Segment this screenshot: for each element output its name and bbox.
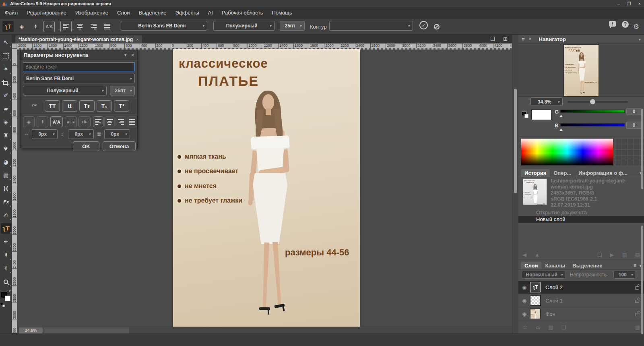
panel-font-size-select[interactable]: 25пт▾ — [110, 86, 135, 95]
font-family-select[interactable]: Berlin Sans FB Demi▾ — [121, 21, 207, 31]
layer-visibility-icon[interactable]: ◉ — [522, 298, 526, 304]
delete-state-icon[interactable]: ▥ — [622, 252, 627, 258]
brush-tool[interactable]: ✐ — [1, 90, 11, 101]
history-options-icon[interactable]: ▤ — [635, 252, 640, 258]
align-center-button[interactable] — [74, 21, 85, 32]
history-forward-icon[interactable]: ▲ — [535, 252, 540, 258]
layer-name[interactable]: Слой 2 — [545, 284, 562, 290]
history-brush-tool[interactable]: ✍ — [1, 210, 11, 220]
layer-row-layer2[interactable]: ◉ ʅT Слой 2 — [518, 281, 644, 294]
zoom-status[interactable]: 34.8% — [19, 327, 43, 334]
stamp-tool[interactable]: ♜ — [1, 130, 11, 141]
color-spectrum[interactable] — [521, 138, 613, 166]
layer-thumbnail-image[interactable]: классическое ПЛАТЬЕ мягкая ткань не прос… — [530, 309, 541, 319]
tab-channels[interactable]: Каналы — [541, 262, 569, 269]
text-input[interactable] — [23, 62, 135, 71]
tab-history[interactable]: История — [521, 169, 550, 177]
menu-item-0[interactable]: Файл — [5, 10, 18, 16]
snapshot-icon[interactable]: ❏ — [597, 252, 602, 258]
restore-button[interactable]: ❐ — [627, 0, 631, 7]
menu-item-6[interactable]: AI — [208, 10, 213, 16]
menu-item-3[interactable]: Слои — [117, 10, 130, 16]
font-size-icon[interactable]: AʼA — [43, 21, 55, 32]
new-group-icon[interactable]: ▧ — [548, 324, 553, 330]
layers-menu-icon[interactable]: ≡ — [634, 263, 636, 269]
menu-item-4[interactable]: Выделение — [139, 10, 167, 16]
panel-font-family-select[interactable]: Berlin Sans FB Demi▾ — [23, 74, 135, 83]
fg-bg-color-swatch[interactable] — [522, 111, 530, 119]
navigator-thumbnail[interactable]: классическое ПЛАТЬЕ мягкая ткань не прос… — [564, 45, 599, 96]
menu-item-5[interactable]: Эффекты — [175, 10, 199, 16]
new-document-icon[interactable]: ❏ — [490, 36, 495, 42]
panel-align-center-button[interactable] — [104, 116, 115, 127]
current-color-swatch[interactable] — [531, 110, 551, 120]
navigator-preview[interactable]: классическое ПЛАТЬЕ мягкая ткань не прос… — [518, 44, 644, 97]
menu-item-2[interactable]: Изображение — [75, 10, 108, 16]
blue-slider-marker[interactable] — [559, 127, 563, 131]
layer-styles-icon[interactable]: ☆ — [522, 323, 528, 331]
document-tab[interactable]: *fashion-portrait-young-elegant-woman ко… — [15, 35, 142, 44]
play-icon[interactable]: ▶ — [610, 252, 614, 258]
lock-icon[interactable] — [635, 300, 639, 303]
text-tool[interactable]: ʅT — [1, 223, 11, 234]
delete-layer-icon[interactable]: ▥ — [635, 324, 640, 330]
font-style-select[interactable]: Полужирный▾ — [213, 21, 275, 31]
history-item-current[interactable]: Новый слой — [518, 216, 644, 223]
text-size-icon[interactable]: AʼA — [50, 116, 63, 127]
fill-style-icon[interactable]: ◈ — [16, 21, 27, 32]
hand-tool[interactable]: ✌ — [1, 263, 11, 273]
panel-collapse-icon[interactable]: ▾ — [124, 53, 126, 57]
panel-font-style-select[interactable]: Полужирный▾ — [23, 86, 107, 95]
ok-button[interactable]: OK — [73, 141, 99, 151]
gear-icon[interactable]: ⚙ — [633, 21, 639, 32]
document-tab-close-icon[interactable]: × — [136, 37, 138, 42]
lock-icon[interactable] — [635, 313, 639, 316]
eyedropper-icon[interactable]: ✒ — [30, 21, 41, 32]
blue-slider[interactable] — [560, 123, 625, 126]
align-right-button[interactable] — [88, 21, 99, 32]
kerning-icon[interactable]: a⋯F — [65, 116, 77, 127]
menu-item-1[interactable]: Редактирование — [27, 10, 66, 16]
layer-visibility-icon[interactable]: ◉ — [522, 284, 526, 290]
panel-close-icon[interactable]: × — [131, 52, 134, 58]
layer-name[interactable]: Слой 1 — [545, 298, 562, 304]
eyedropper-tool[interactable]: ✒ — [1, 250, 11, 260]
leading-select[interactable]: 0px▾ — [104, 129, 130, 139]
align-justify-button[interactable] — [101, 21, 113, 32]
fill-tool[interactable]: ◈ — [1, 117, 11, 127]
blue-value[interactable]: 0 — [626, 122, 642, 129]
default-colors-icon[interactable] — [1, 303, 5, 307]
font-size-select[interactable]: 25пт▾ — [280, 21, 305, 31]
lock-icon[interactable] — [635, 286, 639, 290]
blend-mode-select[interactable]: Нормальный▾ — [522, 271, 566, 279]
layer-thumbnail-text[interactable]: ʅT — [530, 282, 541, 292]
tab-layers[interactable]: Слои — [521, 262, 541, 269]
magic-wand-tool[interactable]: ✶ — [1, 64, 11, 74]
case-button-3[interactable]: T₁ — [97, 100, 112, 112]
tab-selection[interactable]: Выделение — [569, 262, 606, 269]
swap-colors-icon[interactable]: ⇄ — [9, 289, 12, 292]
layer-row-layer1[interactable]: ◉ Слой 1 — [518, 294, 644, 307]
tab-operations[interactable]: Опер... — [550, 169, 575, 177]
swatch-grid[interactable] — [615, 138, 644, 166]
dock-close-icon[interactable]: × — [529, 36, 532, 42]
text-tool-icon[interactable]: ʅT — [2, 21, 14, 32]
minimize-button[interactable]: – — [617, 0, 620, 7]
panel-align-justify-button[interactable] — [127, 116, 137, 127]
case-button-0[interactable]: TT — [45, 100, 60, 112]
crop-tool[interactable] — [1, 77, 11, 87]
cancel-button[interactable]: Отмена — [103, 141, 136, 151]
panel-align-left-button[interactable] — [93, 116, 103, 127]
h-spacing-select[interactable]: 0px▾ — [32, 129, 58, 139]
align-left-button[interactable] — [60, 21, 72, 32]
close-button[interactable]: × — [638, 0, 641, 7]
link-layers-icon[interactable]: ∞ — [536, 324, 540, 331]
panel-scrollbar[interactable] — [512, 35, 518, 334]
history-item[interactable]: Открытие документа — [518, 209, 644, 216]
cancel-icon[interactable]: ⊘ — [433, 21, 440, 32]
eraser-tool[interactable]: ▰ — [1, 104, 11, 114]
green-slider[interactable] — [560, 110, 625, 113]
layer-name[interactable]: Фон — [545, 311, 555, 317]
case-button-1[interactable]: tt — [62, 100, 77, 112]
layer-row-background[interactable]: ◉ классическое ПЛАТЬЕ мягкая ткань не пр… — [518, 307, 644, 321]
